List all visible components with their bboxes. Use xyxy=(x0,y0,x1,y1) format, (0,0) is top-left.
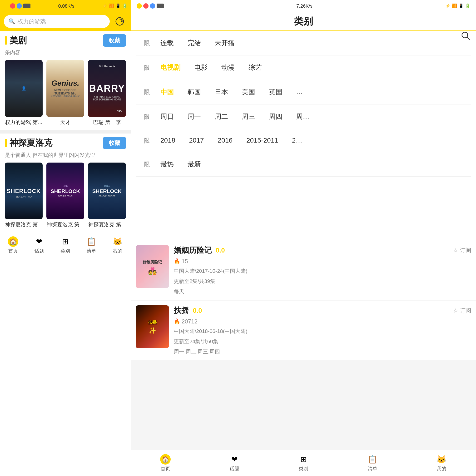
battery-icon: 🔋 xyxy=(122,3,127,9)
right-status-icons xyxy=(136,3,164,9)
movie-card-sh2[interactable]: BBC SHERLOCK SERIES FOUR 神探夏洛克 第... xyxy=(46,163,84,228)
filter-opt-usa[interactable]: 美国 xyxy=(236,86,261,99)
filter-opt-upcoming[interactable]: 未开播 xyxy=(209,37,240,50)
filter-opt-more-year[interactable]: 2… xyxy=(286,135,308,146)
filter-opt-2018[interactable]: 2018 xyxy=(155,135,181,146)
filter-opt-2016[interactable]: 2016 xyxy=(212,135,238,146)
icon-rect-gray xyxy=(23,3,31,8)
section1-desc: 条内容 xyxy=(0,49,131,60)
left-nav-category[interactable]: ⊞ 类别 xyxy=(52,236,79,254)
filter-opt-uk[interactable]: 英国 xyxy=(263,86,288,99)
section2-collect-btn[interactable]: 收藏 xyxy=(103,137,126,149)
right-nav-category[interactable]: ⊞ 类别 xyxy=(269,454,338,472)
right-nav-topic[interactable]: ❤ 话题 xyxy=(200,454,269,472)
filter-opt-ended[interactable]: 完结 xyxy=(182,37,206,50)
right-nav-mine-icon: 😺 xyxy=(436,454,447,465)
filter-opt-more-day[interactable]: 周… xyxy=(290,110,315,123)
filter-row-weekday: 限 周日 周一 周二 周三 周四 周… xyxy=(136,104,471,129)
left-search-bar: 🔍 权力的游戏 xyxy=(0,12,131,31)
filter-opt-anime[interactable]: 动漫 xyxy=(216,61,240,74)
left-nav-playlist-label: 清单 xyxy=(87,248,96,254)
movie-title-genius: 天才 xyxy=(46,119,84,126)
sub-item-fuyao[interactable]: 扶摇 ✨ 扶摇 0.0 ☆ 订阅 🔥 20712 中国大陆/2018-0 xyxy=(131,301,476,360)
flame-icon-fuyao: 🔥 xyxy=(174,319,180,325)
movie-poster-got: 👤 xyxy=(5,60,43,117)
filter-opt-wed[interactable]: 周三 xyxy=(236,110,261,123)
filter-opt-korea[interactable]: 韩国 xyxy=(182,86,206,99)
category-title: 类别 xyxy=(294,15,313,28)
filter-opt-japan[interactable]: 日本 xyxy=(209,86,234,99)
filter-opt-sun[interactable]: 周日 xyxy=(155,110,179,123)
section2-dot xyxy=(5,139,7,147)
filter-opt-mon[interactable]: 周一 xyxy=(182,110,206,123)
filter-opt-movie[interactable]: 电影 xyxy=(188,61,213,74)
icon-circle-yellow xyxy=(3,3,9,9)
movie-card-sh1[interactable]: BBC SHERLOCK SEASON TWO 神探夏洛克 第... xyxy=(5,163,43,228)
filter-opt-tue[interactable]: 周二 xyxy=(209,110,234,123)
section1-title: 美剧 xyxy=(10,35,27,46)
sub-title-row-wedding: 婚姻历险记 0.0 ☆ 订阅 xyxy=(174,245,471,255)
subscription-list: 婚姻历险记 💑 婚姻历险记 0.0 ☆ 订阅 🔥 15 中国大陆/20 xyxy=(131,240,476,450)
filter-opt-2015-2011[interactable]: 2015-2011 xyxy=(241,135,284,146)
section1-movie-grid: 👤 权力的游戏 第... Genius. NEW EPISODESTUESDAY… xyxy=(0,60,131,130)
sub-hot-wedding: 🔥 15 xyxy=(174,258,471,265)
sub-score-fuyao: 0.0 xyxy=(193,307,202,314)
filter-opt-more-region[interactable]: … xyxy=(290,86,308,99)
right-nav-home-label: 首页 xyxy=(161,465,170,472)
filter-options-3: 周日 周一 周二 周三 周四 周… xyxy=(155,110,471,123)
left-speed: 0.08K/s xyxy=(58,3,74,9)
left-nav-category-icon: ⊞ xyxy=(60,236,70,247)
section2-title: 神探夏洛克 xyxy=(10,137,52,149)
section1-dot xyxy=(5,36,7,45)
sub-item-wedding[interactable]: 婚姻历险记 💑 婚姻历险记 0.0 ☆ 订阅 🔥 15 中国大陆/20 xyxy=(131,240,476,300)
left-status-icons xyxy=(3,3,31,9)
search-refresh-btn[interactable] xyxy=(113,15,127,28)
left-nav-topic[interactable]: ❤ 话题 xyxy=(26,236,52,254)
movie-card-got[interactable]: 👤 权力的游戏 第... xyxy=(5,60,43,126)
right-nav-playlist[interactable]: 📋 清单 xyxy=(338,454,407,472)
wifi-icon: 📶 xyxy=(109,3,114,9)
sub-subscribe-fuyao[interactable]: ☆ 订阅 xyxy=(453,307,471,314)
filter-opt-thu[interactable]: 周四 xyxy=(263,110,288,123)
left-nav-topic-icon: ❤ xyxy=(34,236,45,247)
sub-meta1-fuyao: 中国大陆/2018-06-18(中国大陆) xyxy=(174,327,471,335)
right-status-bar: 7.26K/s ⚡ 📶 📱 🔋 xyxy=(131,0,476,12)
filter-opt-variety[interactable]: 综艺 xyxy=(243,61,268,74)
right-nav-mine[interactable]: 😺 我的 xyxy=(407,454,476,472)
right-nav-playlist-label: 清单 xyxy=(368,465,377,472)
left-nav-topic-label: 话题 xyxy=(34,248,44,254)
filter-row-region: 限 中国 韩国 日本 美国 英国 … xyxy=(136,80,471,104)
sub-subscribe-wedding[interactable]: ☆ 订阅 xyxy=(453,247,471,254)
filter-opt-tv[interactable]: 电视剧 xyxy=(155,61,186,74)
sub-meta3-fuyao: 周一,周二,周三,周四 xyxy=(174,348,471,356)
filter-label-0: 限 xyxy=(136,39,155,47)
movie-title-barry: 巴瑞 第一季 xyxy=(88,119,126,126)
left-nav-mine[interactable]: 😺 我的 xyxy=(104,236,131,254)
filter-opt-ongoing[interactable]: 连载 xyxy=(155,37,179,50)
filter-options-5: 最热 最新 xyxy=(155,158,471,171)
icon-circle-blue xyxy=(17,3,22,9)
sub-meta2-wedding: 更新至2集/共39集 xyxy=(174,277,471,285)
movie-card-barry[interactable]: Bill Hader is BARRY A HITMAN SEARCHINGFO… xyxy=(88,60,126,126)
left-nav-playlist[interactable]: 📋 清单 xyxy=(78,236,104,254)
filter-opt-hottest[interactable]: 最热 xyxy=(155,158,179,171)
sub-poster-wedding: 婚姻历险记 💑 xyxy=(136,245,169,288)
filter-options-4: 2018 2017 2016 2015-2011 2… xyxy=(155,135,471,146)
right-nav-topic-label: 话题 xyxy=(230,465,239,472)
left-nav-home-icon: 🏠 xyxy=(8,236,18,247)
filter-opt-2017[interactable]: 2017 xyxy=(183,135,209,146)
section1-collect-btn[interactable]: 收藏 xyxy=(103,34,126,47)
search-input-wrap[interactable]: 🔍 权力的游戏 xyxy=(4,15,110,28)
sub-info-fuyao: 扶摇 0.0 ☆ 订阅 🔥 20712 中国大陆/2018-06-18(中国大陆… xyxy=(174,305,471,356)
section2-movie-grid: BBC SHERLOCK SEASON TWO 神探夏洛克 第... BBC S… xyxy=(0,163,131,232)
filter-label-4: 限 xyxy=(136,136,155,145)
filter-opt-china[interactable]: 中国 xyxy=(155,86,179,99)
category-search-btn[interactable] xyxy=(461,31,470,41)
right-nav-home[interactable]: 🏠 首页 xyxy=(131,454,200,472)
movie-card-sh3[interactable]: BBC SHERLOCK SEASON THREE 神探夏洛克 第... xyxy=(88,163,126,228)
filter-opt-newest[interactable]: 最新 xyxy=(182,158,206,171)
left-nav-home[interactable]: 🏠 首页 xyxy=(0,236,26,254)
filter-label-5: 限 xyxy=(136,160,155,169)
right-signal-icon: 📱 xyxy=(459,3,464,9)
movie-card-genius[interactable]: Genius. NEW EPISODESTUESDAYS 9/8c NATION… xyxy=(46,60,84,126)
